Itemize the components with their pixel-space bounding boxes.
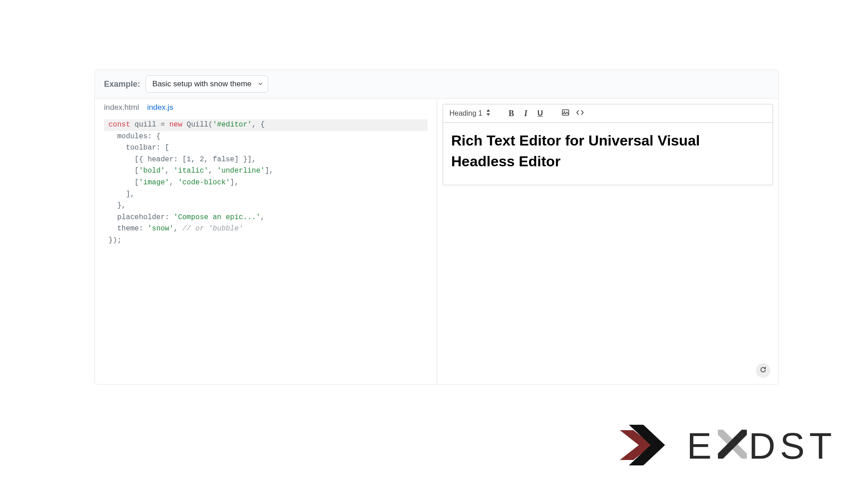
code-pane: index.html index.js const quill = new Qu… [95,99,437,384]
image-button[interactable] [559,107,572,120]
brand-logo: E DST [615,420,836,472]
x-icon [718,425,747,467]
tab-index-js[interactable]: index.js [147,103,173,112]
editor-heading: Rich Text Editor for Universal Visual He… [451,130,764,172]
editor-toolbar: Heading 1 B I U [443,104,773,123]
code-line-5: ['bold', 'italic', 'underline'], [104,165,428,177]
editor-frame: Heading 1 B I U [443,104,773,185]
editor-content-area[interactable]: Rich Text Editor for Universal Visual He… [443,123,773,185]
code-line-3: toolbar: [ [104,142,428,154]
code-line-6: ['image', 'code-block'], [104,177,428,189]
file-tabs: index.html index.js [95,99,437,116]
code-block-button[interactable] [574,107,586,120]
code-line-11: }); [104,235,428,247]
refresh-icon [760,366,767,375]
heading-picker-label: Heading 1 [449,109,482,117]
code-block: const quill = new Quill('#editor', { mod… [104,119,428,247]
refresh-button[interactable] [756,363,770,378]
italic-button[interactable]: I [519,107,532,120]
underline-button[interactable]: U [534,107,547,120]
tab-index-html[interactable]: index.html [104,103,139,112]
code-line-9: placeholder: 'Compose an epic...', [104,212,428,224]
example-dropdown[interactable]: Basic setup with snow theme [146,75,268,93]
heading-picker[interactable]: Heading 1 [448,108,492,118]
logo-letters-dst: DST [749,425,836,467]
code-line-8: }, [104,200,428,212]
example-dropdown-value: Basic setup with snow theme [152,80,251,89]
logo-letter-e: E [687,425,716,467]
code-line-2: modules: { [104,131,428,143]
preview-pane: Heading 1 B I U [437,99,778,384]
chevrons-icon [615,420,674,472]
code-line-7: ], [104,189,428,201]
sort-icon [486,109,491,117]
code-line-4: [{ header: [1, 2, false] }], [104,154,428,166]
brand-text: E DST [687,425,836,467]
chevron-down-icon [258,80,263,89]
code-line-1: const quill = new Quill('#editor', { [104,119,428,131]
image-icon [561,108,570,118]
code-line-10: theme: 'snow', // or 'bubble' [104,223,428,235]
code-icon [576,108,584,118]
panes: index.html index.js const quill = new Qu… [95,99,778,384]
svg-point-1 [564,111,565,113]
svg-rect-0 [562,110,569,115]
example-header: Example: Basic setup with snow theme [95,70,778,99]
bold-button[interactable]: B [505,107,518,120]
example-container: Example: Basic setup with snow theme ind… [94,70,779,385]
example-label: Example: [104,80,140,89]
